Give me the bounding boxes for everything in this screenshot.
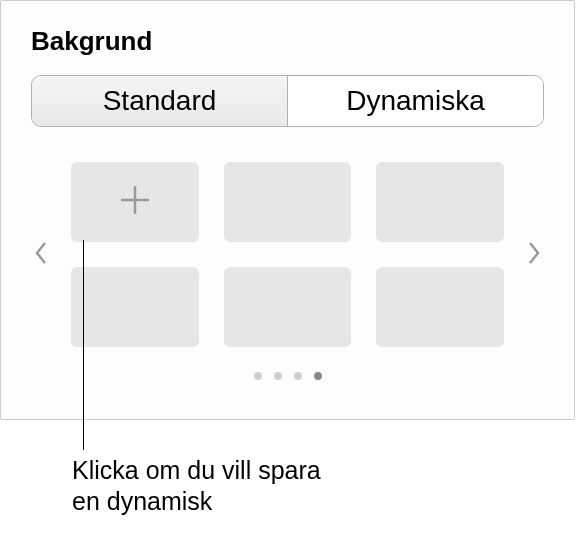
- page-dot[interactable]: [254, 372, 262, 380]
- tab-segmented-control: Standard Dynamiska: [31, 75, 544, 127]
- next-page-button[interactable]: [524, 235, 544, 275]
- background-thumbnail[interactable]: [224, 162, 352, 242]
- callout-text: Klicka om du vill spara en dynamisk: [72, 455, 352, 518]
- plus-icon: [117, 182, 153, 222]
- panel-title: Bakgrund: [31, 26, 544, 57]
- tab-dynamic-label: Dynamiska: [346, 85, 484, 117]
- thumbnail-grid-area: [31, 162, 544, 347]
- add-background-button[interactable]: [71, 162, 199, 242]
- page-dot[interactable]: [274, 372, 282, 380]
- tab-standard[interactable]: Standard: [32, 76, 288, 126]
- background-thumbnail[interactable]: [71, 267, 199, 347]
- background-thumbnail[interactable]: [376, 162, 504, 242]
- background-panel: Bakgrund Standard Dynamiska: [0, 0, 575, 420]
- thumbnail-grid: [61, 162, 514, 347]
- page-dot[interactable]: [294, 372, 302, 380]
- page-dots: [31, 372, 544, 380]
- chevron-left-icon: [34, 241, 48, 269]
- callout-line: [83, 240, 84, 450]
- prev-page-button[interactable]: [31, 235, 51, 275]
- background-thumbnail[interactable]: [376, 267, 504, 347]
- tab-dynamic[interactable]: Dynamiska: [288, 76, 543, 126]
- chevron-right-icon: [527, 241, 541, 269]
- background-thumbnail[interactable]: [224, 267, 352, 347]
- page-dot-active[interactable]: [314, 372, 322, 380]
- tab-standard-label: Standard: [103, 85, 217, 117]
